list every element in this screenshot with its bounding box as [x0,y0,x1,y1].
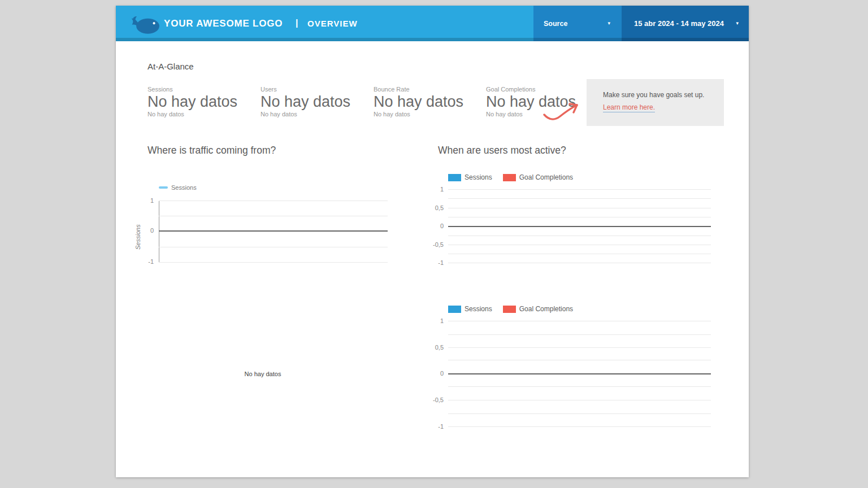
date-range-value: 15 abr 2024 - 14 may 2024 [634,19,724,28]
source-filter-dropdown[interactable]: Source ▾ [533,6,622,41]
metric-bounce-rate: Bounce Rate No hay datos No hay datos [374,86,481,117]
metric-value: No hay datos [147,94,255,110]
no-data-label: No hay datos [159,371,367,377]
metric-subvalue: No hay datos [374,111,481,117]
y-tick-label: -1 [419,423,444,430]
gridline [448,263,711,263]
y-tick-label: -0,5 [419,241,444,248]
y-tick-label: 0 [419,223,444,229]
y-tick-label: 1 [131,197,154,204]
y-tick-label: 1 [419,317,444,324]
y-tick-label: -0,5 [419,396,444,403]
gridline [448,208,711,208]
logo-text: YOUR AWESOME LOGO [164,6,283,41]
legend-swatch-goal-completions [503,306,516,313]
legend-label: Goal Completions [519,173,573,181]
gridline [448,413,711,414]
y-tick-label: 0 [419,370,444,377]
zero-axis-line [159,230,388,232]
traffic-chart-title: Where is traffic coming from? [147,145,276,156]
activity-chart-title: When are users most active? [438,145,566,156]
header-bar: YOUR AWESOME LOGO | OVERVIEW Source ▾ 15… [116,6,749,41]
header-separator: | [296,6,298,41]
source-filter-label: Source [544,20,567,28]
gridline [159,262,388,263]
y-tick-label: 0,5 [419,344,444,351]
at-a-glance-title: At-A-Glance [147,62,194,71]
metric-label: Goal Completions [486,86,593,93]
gridline [448,347,711,348]
chevron-down-icon: ▾ [736,21,739,26]
gridline [159,201,388,201]
y-axis-title: Sessions [134,212,142,262]
activity-top-legend: Sessions Goal Completions [448,173,573,181]
gridline [159,247,388,247]
y-tick-label: -1 [131,258,154,265]
activity-bottom-legend: Sessions Goal Completions [448,305,573,313]
y-axis-line [159,201,159,263]
learn-more-link[interactable]: Learn more here. [603,103,655,112]
y-tick-label: 1 [419,186,444,193]
gridline [159,216,388,216]
goals-note-box: Make sure you have goals set up. Learn m… [587,79,724,126]
metric-subvalue: No hay datos [147,111,255,117]
metric-value: No hay datos [261,94,368,110]
gridline [448,426,711,427]
y-tick-label: 0 [131,227,154,234]
gridline [448,360,711,360]
legend-label: Goal Completions [519,305,573,313]
gridline [448,189,711,190]
gridline [448,321,711,321]
zero-axis-line [448,373,711,374]
metric-label: Bounce Rate [374,86,481,93]
gridline [448,217,711,217]
legend-swatch-sessions [159,186,168,189]
hand-drawn-arrow-icon [541,100,587,128]
report-page: YOUR AWESOME LOGO | OVERVIEW Source ▾ 15… [116,6,749,477]
gridline [448,236,711,236]
legend-swatch-goal-completions [503,174,516,181]
gridline [448,198,711,199]
zero-axis-line [448,226,711,227]
gridline [448,400,711,400]
metric-subvalue: No hay datos [261,111,368,117]
y-tick-label: 0,5 [419,204,444,211]
metric-label: Users [261,86,368,93]
whale-logo-icon [131,12,162,36]
metric-label: Sessions [147,86,255,93]
legend-label: Sessions [465,173,492,181]
traffic-legend-item-sessions: Sessions [159,184,197,191]
y-tick-label: -1 [419,259,444,266]
gridline [448,245,711,245]
metric-sessions: Sessions No hay datos No hay datos [147,86,255,117]
legend-label: Sessions [465,305,492,313]
date-range-picker[interactable]: 15 abr 2024 - 14 may 2024 ▾ [622,6,749,41]
legend-swatch-sessions [448,174,461,181]
legend-swatch-sessions [448,306,461,313]
gridline [448,386,711,387]
goals-note-message: Make sure you have goals set up. [603,91,704,99]
gridline [448,334,711,335]
chevron-down-icon: ▾ [607,21,610,26]
page-title: OVERVIEW [307,6,358,41]
metric-users: Users No hay datos No hay datos [261,86,368,117]
legend-label: Sessions [171,184,197,191]
metric-value: No hay datos [374,94,481,110]
gridline [448,254,711,254]
